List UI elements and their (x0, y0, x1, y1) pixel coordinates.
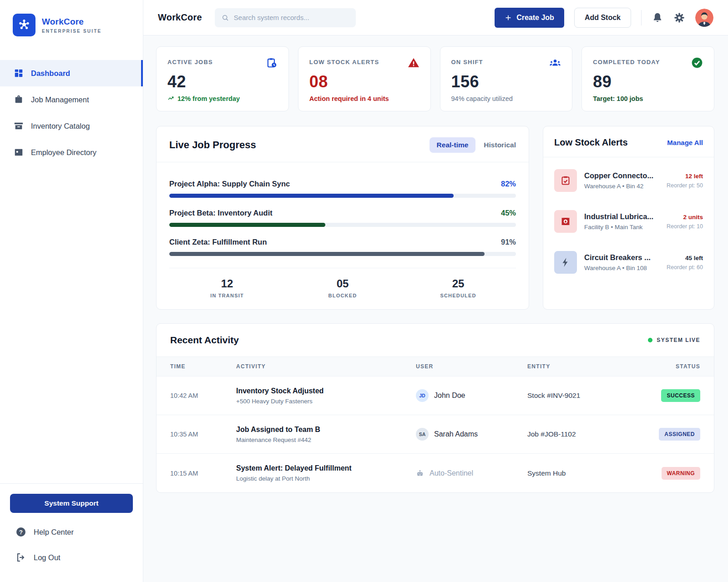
sidebar-item-inventory-catalog[interactable]: Inventory Catalog (0, 113, 143, 139)
progress-label: Project Beta: Inventory Audit (169, 209, 273, 217)
gear-icon[interactable] (673, 12, 685, 24)
stock-item-lubricant[interactable]: Industrial Lubrica... Facility B • Main … (554, 201, 703, 242)
brand-text: WorkCore ENTERPRISE SUITE (42, 17, 101, 34)
activity-detail-text: Logistic delay at Port North (236, 475, 416, 482)
topbar: WorkCore Create Job Add Stock (143, 0, 728, 35)
stock-location: Warehouse A • Bin 108 (584, 265, 659, 271)
stat-value: 156 (451, 72, 561, 91)
row-entity: System Hub (527, 469, 648, 477)
status-badge: WARNING (662, 467, 701, 480)
table-row[interactable]: 10:42 AM Inventory Stock Adjusted +500 H… (157, 376, 714, 415)
progress-percent: 45% (501, 209, 516, 217)
progress-fill (169, 194, 454, 198)
row-status: ASSIGNED (648, 428, 700, 441)
stat-note: 94% capacity utilized (451, 95, 561, 102)
search-box[interactable] (215, 8, 356, 27)
user-name: Sarah Adams (434, 430, 478, 438)
stat-label: ACTIVE JOBS (167, 57, 213, 65)
stat-label: LOW STOCK ALERTS (309, 57, 379, 65)
tab-historical[interactable]: Historical (484, 141, 516, 149)
table-row[interactable]: 10:15 AM System Alert: Delayed Fulfillme… (157, 454, 714, 492)
stock-reorder-point: Reorder pt: 10 (667, 223, 703, 230)
row-entity: Stock #INV-9021 (527, 391, 648, 400)
stat-label: ON SHIFT (451, 57, 483, 65)
activity-title-text: System Alert: Delayed Fulfillment (236, 464, 416, 472)
row-activity: Job Assigned to Team B Maintenance Reque… (236, 426, 416, 443)
trend-up-icon (167, 95, 175, 102)
table-row[interactable]: 10:35 AM Job Assigned to Team B Maintena… (157, 415, 714, 454)
manage-all-link[interactable]: Manage All (667, 139, 703, 146)
row-user: SA Sarah Adams (416, 428, 527, 441)
stock-item-breakers[interactable]: Circuit Breakers ... Warehouse A • Bin 1… (554, 242, 703, 283)
sidebar-item-label: Dashboard (31, 69, 70, 78)
progress-label: Project Alpha: Supply Chain Sync (169, 180, 290, 188)
stock-reorder-point: Reorder pt: 60 (667, 264, 703, 271)
brand-subtitle: ENTERPRISE SUITE (42, 29, 101, 34)
user-avatar[interactable] (695, 9, 713, 27)
avatar: JD (416, 389, 429, 402)
activity-title-text: Inventory Stock Adjusted (236, 387, 416, 395)
system-support-button[interactable]: System Support (10, 494, 133, 513)
progress-percent: 91% (501, 238, 516, 246)
progress-track (169, 252, 516, 256)
bell-icon[interactable] (652, 12, 663, 24)
stat-cards: ACTIVE JOBS 42 12% from yesterday LOW ST… (156, 46, 714, 111)
clipboard-clock-icon (266, 57, 278, 69)
progress-row-beta: Project Beta: Inventory Audit 45% (169, 209, 516, 227)
help-center-label: Help Center (34, 528, 74, 537)
recent-activity-panel: Recent Activity SYSTEM LIVE TIME ACTIVIT… (156, 323, 714, 493)
stock-list: Copper Connecto... Warehouse A • Bin 42 … (543, 157, 714, 292)
recent-activity-title: Recent Activity (170, 335, 239, 346)
add-stock-button[interactable]: Add Stock (574, 8, 631, 28)
svg-text:?: ? (19, 529, 23, 536)
row-activity: Inventory Stock Adjusted +500 Heavy Duty… (236, 387, 416, 405)
search-icon (221, 14, 229, 22)
mini-stat-blocked: 05 BLOCKED (285, 277, 400, 298)
tab-real-time[interactable]: Real-time (430, 137, 476, 153)
progress-row-alpha: Project Alpha: Supply Chain Sync 82% (169, 180, 516, 198)
stat-value: 42 (167, 72, 278, 91)
help-center-link[interactable]: ? Help Center (10, 519, 133, 545)
progress-fill (169, 252, 485, 256)
mini-stat-label: BLOCKED (285, 293, 400, 298)
search-input[interactable] (234, 14, 349, 21)
stat-note: Target: 100 jobs (593, 95, 703, 102)
sidebar-item-job-management[interactable]: Job Management (0, 86, 143, 113)
progress-fill (169, 223, 325, 227)
oil-barrel-icon (554, 210, 577, 233)
column-header-user: USER (416, 363, 527, 370)
status-badge: ASSIGNED (659, 428, 700, 441)
mini-stat-scheduled: 25 SCHEDULED (400, 277, 516, 298)
live-progress-title: Live Job Progress (169, 139, 256, 151)
stock-item-copper[interactable]: Copper Connecto... Warehouse A • Bin 42 … (554, 160, 703, 201)
stock-location: Facility B • Main Tank (584, 224, 659, 231)
stat-label: COMPLETED TODAY (593, 57, 660, 65)
stock-name: Copper Connecto... (584, 171, 659, 180)
activity-table-header: TIME ACTIVITY USER ENTITY STATUS (157, 356, 714, 376)
stock-name: Circuit Breakers ... (584, 253, 659, 262)
progress-mini-stats: 12 IN TRANSIT 05 BLOCKED 25 SCHEDULED (169, 268, 516, 309)
robot-icon (416, 469, 424, 477)
people-icon (549, 57, 561, 69)
create-job-label: Create Job (516, 14, 554, 22)
progress-track (169, 223, 516, 227)
live-job-progress-panel: Live Job Progress Real-time Historical P… (156, 126, 529, 310)
low-stock-title: Low Stock Alerts (554, 137, 628, 148)
log-out-link[interactable]: Log Out (10, 545, 133, 570)
sidebar-item-employee-directory[interactable]: Employee Directory (0, 139, 143, 166)
dashboard-grid-icon (14, 68, 24, 78)
mini-stat-value: 05 (285, 277, 400, 290)
main-area: WorkCore Create Job Add Stock (143, 0, 728, 582)
user-name: Auto-Sentinel (430, 469, 473, 477)
progress-track (169, 194, 516, 198)
stock-reorder-point: Reorder pt: 50 (667, 182, 703, 189)
sidebar-item-dashboard[interactable]: Dashboard (0, 60, 143, 86)
create-job-button[interactable]: Create Job (495, 8, 564, 28)
mini-stat-value: 25 (400, 277, 516, 290)
stat-note: 12% from yesterday (167, 95, 278, 102)
sidebar-item-label: Employee Directory (31, 148, 96, 157)
sidebar: WorkCore ENTERPRISE SUITE Dashboard Job … (0, 0, 143, 582)
activity-detail-text: Maintenance Request #442 (236, 436, 416, 443)
stat-card-on-shift: ON SHIFT 156 94% capacity utilized (440, 46, 573, 111)
user-name: John Doe (434, 391, 465, 400)
